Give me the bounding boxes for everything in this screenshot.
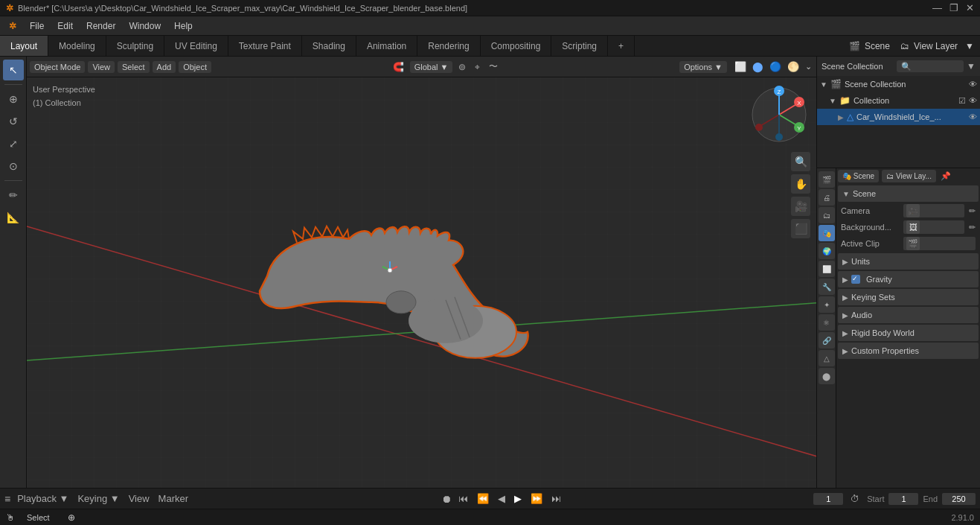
outliner-object-item[interactable]: ▶ △ Car_Windshield_Ice_... 👁 (817, 109, 980, 125)
start-frame-input[interactable]: 1 (888, 493, 918, 505)
close-button[interactable]: ✕ (966, 2, 974, 13)
viewport-wave-icon[interactable]: 〜 (486, 60, 501, 73)
viewport-canvas[interactable]: User Perspective (1) Collection (27, 77, 816, 488)
props-rigid-body-world-header[interactable]: ▶ Rigid Body World (838, 325, 979, 341)
viewport-mode-button[interactable]: Object Mode (30, 61, 85, 73)
zoom-to-fit-button[interactable]: 🔍 (791, 152, 810, 171)
transform-tool-button[interactable]: ⊙ (3, 156, 24, 176)
marker-menu-button[interactable]: Marker (156, 492, 190, 505)
tab-shading[interactable]: Shading (302, 36, 356, 56)
tab-rendering[interactable]: Rendering (417, 36, 480, 56)
step-back-button[interactable]: ⏪ (475, 492, 491, 505)
props-keying-sets-header[interactable]: ▶ Keying Sets (838, 289, 979, 305)
collection-checkbox-icon[interactable]: ☑ (958, 96, 966, 106)
props-scene-tab[interactable]: 🎭 (819, 225, 835, 241)
viewport-proportional-icon[interactable]: ⊚ (455, 62, 469, 72)
view-menu-button[interactable]: View (126, 492, 152, 505)
pan-button[interactable]: ✋ (791, 174, 810, 194)
props-material-tab[interactable]: ⬤ (819, 368, 835, 384)
maximize-button[interactable]: ❐ (949, 2, 958, 13)
tab-animation[interactable]: Animation (356, 36, 417, 56)
camera-button[interactable]: 🎥 (791, 197, 810, 216)
props-gravity-header[interactable]: ▶ Gravity (838, 271, 979, 287)
viewport-select-button[interactable]: Select (118, 61, 150, 73)
current-frame-input[interactable]: 1 (813, 493, 843, 505)
move-tool-button[interactable]: ⊕ (3, 89, 24, 109)
active-clip-value[interactable]: 🎬 (903, 237, 976, 250)
menu-render[interactable]: Render (80, 19, 121, 33)
background-value[interactable]: 🖼 (903, 220, 964, 234)
camera-pipette-icon[interactable]: ✏ (969, 206, 976, 216)
play-forward-button[interactable]: ▶ (512, 492, 524, 505)
props-audio-header[interactable]: ▶ Audio (838, 307, 979, 323)
viewport-view-button[interactable]: View (88, 61, 115, 73)
menu-window[interactable]: Window (123, 19, 167, 33)
end-frame-input[interactable]: 250 (942, 493, 976, 505)
props-scene-header[interactable]: ▼ Scene (838, 185, 979, 202)
props-units-header[interactable]: ▶ Units (838, 253, 979, 270)
jump-start-button[interactable]: ⏮ (456, 492, 470, 505)
orthographic-button[interactable]: ⬛ (791, 219, 810, 238)
viewport-navigation-gizmo[interactable]: X Y Z (749, 85, 809, 144)
gravity-checkbox[interactable] (851, 275, 860, 284)
tab-layout[interactable]: Layout (0, 36, 48, 56)
props-world-tab[interactable]: 🌍 (819, 243, 835, 259)
jump-end-button[interactable]: ⏭ (549, 492, 563, 505)
tab-uv-editing[interactable]: UV Editing (164, 36, 228, 56)
tab-modeling[interactable]: Modeling (48, 36, 106, 56)
scale-tool-button[interactable]: ⤢ (3, 133, 24, 154)
filter-icon[interactable]: ▼ (965, 41, 974, 51)
viewport-object-button[interactable]: Object (179, 61, 211, 73)
measure-tool-button[interactable]: 📐 (3, 207, 24, 228)
props-view-tab[interactable]: 🗂 (819, 207, 835, 223)
tab-compositing[interactable]: Compositing (481, 36, 552, 56)
outliner-scene-collection[interactable]: ▼ 🎬 Scene Collection 👁 (817, 76, 980, 92)
props-scene-button[interactable]: 🎭 Scene (838, 170, 879, 182)
rotate-tool-button[interactable]: ↺ (3, 111, 24, 132)
viewport-snap2-icon[interactable]: ⌖ (472, 62, 483, 72)
select-tool-button[interactable]: ↖ (3, 60, 24, 80)
record-button[interactable]: ⏺ (441, 493, 452, 505)
props-output-tab[interactable]: 🖨 (819, 189, 835, 206)
window-controls[interactable]: — ❐ ✕ (932, 2, 974, 13)
props-constraints-tab[interactable]: 🔗 (819, 332, 835, 349)
collection-visibility-icon[interactable]: 👁 (969, 96, 977, 105)
props-object-tab[interactable]: ⬜ (819, 261, 835, 277)
minimize-button[interactable]: — (932, 2, 942, 13)
play-reverse-button[interactable]: ◀ (496, 492, 507, 505)
outliner-filter-icon[interactable]: ▼ (967, 61, 976, 71)
props-viewlayer-button[interactable]: 🗂 View Lay... (882, 170, 936, 182)
props-data-tab[interactable]: △ (819, 350, 835, 366)
view-layer-name[interactable]: View Layer (914, 41, 958, 51)
scene-collection-visibility-icon[interactable]: 👁 (969, 80, 977, 89)
camera-value[interactable]: 🎥 (903, 204, 964, 217)
tab-scripting[interactable]: Scripting (551, 36, 608, 56)
menu-edit[interactable]: Edit (51, 19, 79, 33)
menu-blender-logo[interactable]: ✲ (3, 19, 22, 33)
object-visibility-icon[interactable]: 👁 (969, 112, 977, 121)
props-physics-tab[interactable]: ⚛ (819, 314, 835, 331)
props-pin-icon[interactable]: 📌 (939, 170, 952, 182)
wireframe-icon[interactable]: ⬜ (733, 60, 748, 74)
timeline-menu-icon[interactable]: ≡ (4, 493, 10, 505)
menu-help[interactable]: Help (168, 19, 199, 33)
outliner-search-input[interactable] (897, 60, 964, 72)
tab-sculpting[interactable]: Sculpting (106, 36, 164, 56)
scene-name[interactable]: Scene (865, 41, 890, 51)
menu-file[interactable]: File (24, 19, 50, 33)
viewport-add-button[interactable]: Add (153, 61, 176, 73)
keying-menu-button[interactable]: Keying ▼ (75, 492, 121, 505)
material-icon[interactable]: 🔵 (768, 60, 783, 74)
viewport-transform-button[interactable]: Global ▼ (410, 61, 453, 73)
shading-options-icon[interactable]: ⌄ (804, 60, 813, 73)
props-modifier-tab[interactable]: 🔧 (819, 279, 835, 295)
props-render-tab[interactable]: 🎬 (819, 171, 835, 188)
playback-menu-button[interactable]: Playback ▼ (15, 492, 71, 505)
rendered-icon[interactable]: 🌕 (786, 60, 801, 74)
annotate-tool-button[interactable]: ✏ (3, 185, 24, 206)
viewport-snap-icon[interactable]: 🧲 (390, 62, 407, 72)
background-pipette-icon[interactable]: ✏ (969, 223, 976, 232)
tab-texture-paint[interactable]: Texture Paint (228, 36, 302, 56)
step-forward-button[interactable]: ⏩ (528, 492, 545, 505)
solid-icon[interactable]: ⬤ (751, 60, 765, 74)
